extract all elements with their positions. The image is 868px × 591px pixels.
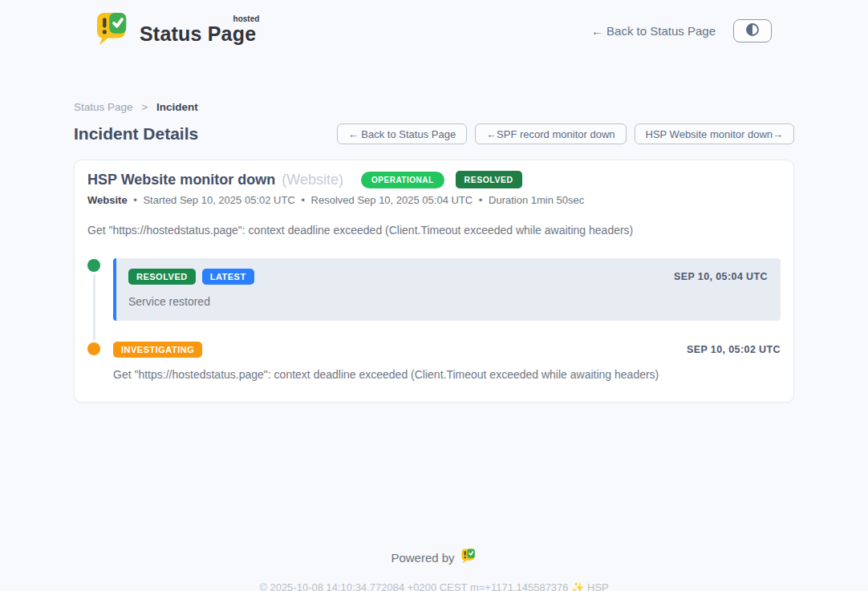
investigating-badge: INVESTIGATING xyxy=(113,342,202,358)
status-page-logo-icon xyxy=(96,12,132,49)
latest-badge: LATEST xyxy=(202,269,254,285)
brand-superscript: hosted xyxy=(233,14,260,23)
resolved-status-badge: RESOLVED xyxy=(456,171,522,188)
half-circle-contrast-icon xyxy=(744,22,761,40)
incident-meta: Website • Started Sep 10, 2025 05:02 UTC… xyxy=(87,194,781,206)
incident-title: HSP Website monitor down xyxy=(87,172,275,188)
incident-timeline: RESOLVED LATEST SEP 10, 05:04 UTC Servic… xyxy=(87,258,781,381)
powered-by-link[interactable]: Powered by xyxy=(74,548,794,566)
header: Status Page hosted ← Back to Status Page xyxy=(0,0,868,50)
breadcrumb-incident: Incident xyxy=(156,101,198,113)
main-content: Status Page > Incident Incident Details … xyxy=(74,101,794,591)
header-back-link[interactable]: ← Back to Status Page xyxy=(591,24,716,38)
next-incident-button[interactable]: HSP Website monitor down→ xyxy=(635,123,794,144)
meta-started: Started Sep 10, 2025 05:02 UTC xyxy=(143,194,294,206)
breadcrumb-status-page[interactable]: Status Page xyxy=(74,101,133,113)
powered-by-label: Powered by xyxy=(391,551,454,565)
resolved-badge: RESOLVED xyxy=(128,269,196,285)
meta-resolved: Resolved Sep 10, 2025 05:04 UTC xyxy=(311,194,473,206)
incident-card: HSP Website monitor down (Website) OPERA… xyxy=(74,160,794,403)
timeline-entry-resolved: RESOLVED LATEST SEP 10, 05:04 UTC Servic… xyxy=(87,258,781,321)
breadcrumb-separator: > xyxy=(141,101,148,113)
incident-component: (Website) xyxy=(282,172,343,188)
brand-logo[interactable]: Status Page hosted xyxy=(96,12,256,49)
timeline-dot-resolved xyxy=(87,259,100,272)
theme-toggle-button[interactable] xyxy=(733,19,772,43)
timeline-timestamp: SEP 10, 05:02 UTC xyxy=(687,344,781,355)
timeline-message: Get "https://hostedstatus.page": context… xyxy=(113,368,781,381)
timeline-message: Service restored xyxy=(128,295,768,308)
timeline-dot-investigating xyxy=(87,342,100,355)
operational-badge: OPERATIONAL xyxy=(361,172,444,188)
status-page-logo-icon-small xyxy=(461,548,477,566)
prev-incident-button[interactable]: ←SPF record monitor down xyxy=(475,123,626,144)
footer: Powered by © 2025-10-08 14:10:34.772084 … xyxy=(74,548,794,591)
incident-description: Get "https://hostedstatus.page": context… xyxy=(87,224,781,237)
timeline-timestamp: SEP 10, 05:04 UTC xyxy=(674,271,768,282)
copyright-text: © 2025-10-08 14:10:34.772084 +0200 CEST … xyxy=(74,581,794,591)
page-title: Incident Details xyxy=(74,124,198,144)
timeline-entry-box: RESOLVED LATEST SEP 10, 05:04 UTC Servic… xyxy=(113,258,781,321)
brand-name: Status Page xyxy=(140,22,256,45)
meta-component: Website xyxy=(87,194,128,206)
meta-duration: Duration 1min 50sec xyxy=(489,194,584,206)
back-to-status-page-button[interactable]: ← Back to Status Page xyxy=(337,123,467,144)
incident-nav-buttons: ← Back to Status Page ←SPF record monito… xyxy=(337,123,794,144)
timeline-entry-investigating: INVESTIGATING SEP 10, 05:02 UTC Get "htt… xyxy=(87,342,781,381)
breadcrumb: Status Page > Incident xyxy=(74,101,794,113)
